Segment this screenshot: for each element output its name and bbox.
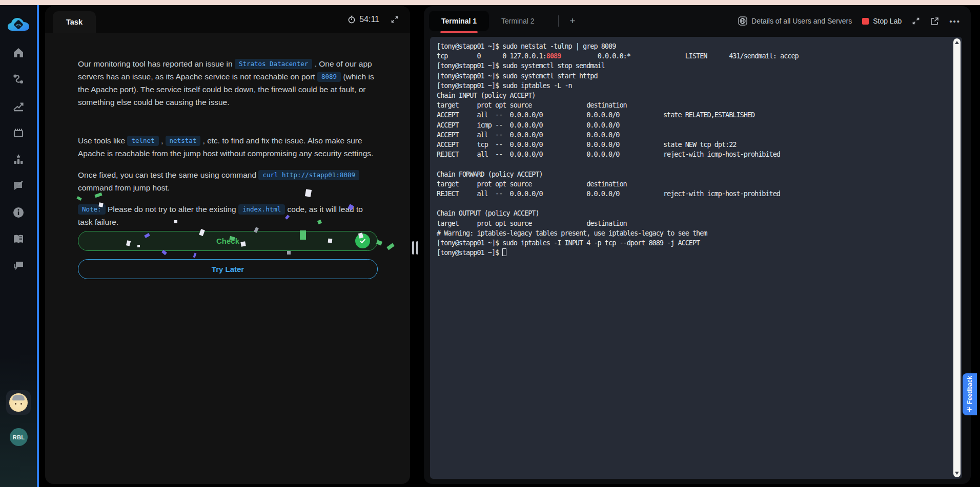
panel-resize-handle[interactable] xyxy=(412,241,420,255)
terminal-line: Chain FORWARD (policy ACCEPT) xyxy=(437,170,947,179)
chat-icon[interactable] xyxy=(11,258,26,273)
terminal-line: ACCEPT icmp -- 0.0.0.0/0 0.0.0.0/0 xyxy=(437,120,947,130)
calendar-icon[interactable] xyxy=(11,125,26,140)
terminal-output: [tony@stapp01 ~]$ sudo netstat -tulnp | … xyxy=(437,41,947,258)
home-icon[interactable] xyxy=(11,45,26,60)
details-users-servers-button[interactable]: Details of all Users and Servers xyxy=(738,16,852,26)
new-terminal-tab-button[interactable]: + xyxy=(566,15,580,27)
timer-value: 54:11 xyxy=(359,15,379,24)
try-later-button[interactable]: Try Later xyxy=(78,259,378,279)
inline-code-chip: netstat xyxy=(166,136,201,146)
task-panel-header: Task 54:11 xyxy=(45,6,410,33)
terminal-line: [tony@stapp01 ~]$ sudo iptables -I INPUT… xyxy=(437,238,947,248)
sidebar-glow xyxy=(0,354,37,487)
learning-path-icon[interactable] xyxy=(11,72,26,87)
avatar[interactable] xyxy=(6,390,31,415)
scroll-up-icon[interactable] xyxy=(955,41,959,44)
kodekloud-logo-icon[interactable]: <> xyxy=(7,16,30,34)
terminal-tab-1[interactable]: Terminal 1 xyxy=(429,11,489,31)
task-buttons: Check Try Later xyxy=(78,231,378,279)
inline-code-chip: Stratos Datacenter xyxy=(235,59,312,69)
globe-icon xyxy=(738,16,747,26)
terminal-screen[interactable]: [tony@stapp01 ~]$ sudo netstat -tulnp | … xyxy=(430,37,962,479)
task-paragraph: Our monitoring tool has reported an issu… xyxy=(78,57,379,109)
task-paragraphs: Our monitoring tool has reported an issu… xyxy=(45,33,410,244)
library-icon[interactable] xyxy=(11,231,26,247)
inline-code-chip: 8089 xyxy=(317,72,341,82)
stop-lab-button[interactable]: Stop Lab xyxy=(862,17,902,25)
terminal-line: # Warning: iptables-legacy tables presen… xyxy=(437,228,947,238)
terminal-line xyxy=(437,199,947,208)
task-text: , xyxy=(159,136,166,145)
trending-up-icon[interactable] xyxy=(11,98,26,114)
check-success-icon xyxy=(355,234,370,248)
feedback-button[interactable]: Feedback xyxy=(963,373,977,415)
terminal-line: tcp 0 0 127.0.0.1:8089 0.0.0.0:* LISTEN … xyxy=(437,51,947,61)
terminal-line: [tony@stapp01 ~]$ sudo systemctl stop se… xyxy=(437,61,947,71)
terminal-line: target prot opt source destination xyxy=(437,179,947,189)
terminal-tabs: Terminal 1Terminal 2 xyxy=(429,6,547,36)
expand-task-panel-icon[interactable] xyxy=(391,15,399,24)
top-strip xyxy=(0,0,980,5)
leaderboard-icon[interactable] xyxy=(11,152,26,167)
terminal-line: target prot opt source destination xyxy=(437,100,947,110)
avatar-cap xyxy=(12,395,25,400)
profile-badge[interactable]: RBL xyxy=(10,428,28,446)
terminal-line: [tony@stapp01 ~]$ sudo iptables -L -n xyxy=(437,81,947,91)
confetti-piece xyxy=(386,243,394,250)
terminal-header: Terminal 1Terminal 2 + Details of all Us… xyxy=(424,6,971,36)
inline-code-chip: telnet xyxy=(127,136,158,146)
inline-code-chip: curl http://stapp01:8089 xyxy=(258,170,359,180)
avatar-face-icon xyxy=(9,393,28,412)
expand-terminal-icon[interactable] xyxy=(912,17,920,25)
terminal-line: Chain OUTPUT (policy ACCEPT) xyxy=(437,208,947,218)
terminal-line: ACCEPT tcp -- 0.0.0.0/0 0.0.0.0/0 state … xyxy=(437,140,947,150)
lab-timer: 54:11 xyxy=(348,15,379,24)
sparkle-icon xyxy=(967,407,973,413)
stop-square-icon xyxy=(862,18,869,25)
task-panel: Task 54:11 Our monitoring tool has repor… xyxy=(45,6,410,484)
svg-text:<>: <> xyxy=(16,23,22,28)
task-text: Please do not try to alter the existing xyxy=(106,205,238,214)
task-paragraph: Note: Please do not try to alter the exi… xyxy=(78,203,379,228)
task-text: Our monitoring tool has reported an issu… xyxy=(78,59,235,68)
terminal-line: [tony@stapp01 ~]$ sudo systemctl start h… xyxy=(437,71,947,81)
terminal-line: target prot opt source destination xyxy=(437,219,947,228)
screen: <> xyxy=(0,0,980,487)
terminal-line: ACCEPT all -- 0.0.0.0/0 0.0.0.0/0 xyxy=(437,130,947,140)
terminal-cursor xyxy=(502,248,506,256)
stopwatch-icon xyxy=(348,15,356,24)
inline-code-chip: Note: xyxy=(78,204,106,215)
tab-task[interactable]: Task xyxy=(53,11,96,33)
sidebar-nav xyxy=(11,45,26,273)
more-options-icon[interactable]: ••• xyxy=(949,17,961,26)
task-text: Use tools like xyxy=(78,136,127,145)
terminal-line: [tony@stapp01 ~]$ xyxy=(437,248,947,258)
scroll-down-icon[interactable] xyxy=(955,472,959,475)
task-text: command from jump host. xyxy=(78,183,170,192)
terminal-panel: Terminal 1Terminal 2 + Details of all Us… xyxy=(424,6,971,484)
terminal-line: [tony@stapp01 ~]$ sudo netstat -tulnp | … xyxy=(437,41,947,51)
terminal-line: REJECT all -- 0.0.0.0/0 0.0.0.0/0 reject… xyxy=(437,150,947,159)
open-in-new-window-icon[interactable] xyxy=(930,17,939,26)
tab-separator xyxy=(558,15,559,27)
terminal-tab-2[interactable]: Terminal 2 xyxy=(489,12,547,30)
info-icon[interactable] xyxy=(11,205,26,220)
terminal-line: ACCEPT all -- 0.0.0.0/0 0.0.0.0/0 state … xyxy=(437,110,947,120)
terminal-line: REJECT all -- 0.0.0.0/0 0.0.0.0/0 reject… xyxy=(437,189,947,199)
terminal-scrollbar[interactable] xyxy=(953,38,961,477)
task-paragraph: Once fixed, you can test the same using … xyxy=(78,168,379,194)
feedback-notes-icon[interactable] xyxy=(11,178,26,194)
check-button[interactable]: Check xyxy=(78,231,378,251)
terminal-line xyxy=(437,159,947,169)
task-paragraph: Use tools like telnet , netstat , etc. t… xyxy=(78,134,379,160)
inline-code-chip: index.html xyxy=(238,204,285,215)
sidebar: <> xyxy=(0,5,37,487)
task-text: Once fixed, you can test the same using … xyxy=(78,171,258,179)
terminal-line: Chain INPUT (policy ACCEPT) xyxy=(437,91,947,100)
